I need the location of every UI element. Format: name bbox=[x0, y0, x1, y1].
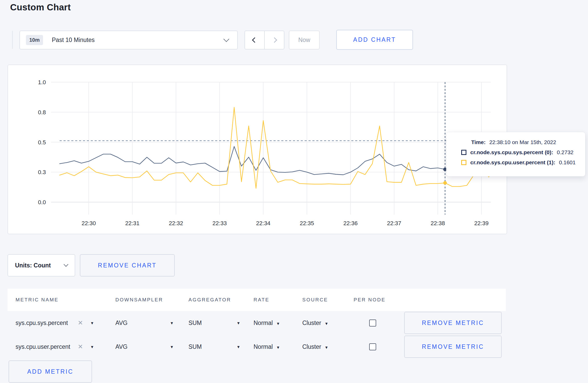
chevron-down-icon bbox=[64, 262, 68, 267]
caret-down-icon: ▼ bbox=[325, 321, 328, 326]
svg-text:22:38: 22:38 bbox=[431, 220, 445, 226]
source-value: Cluster bbox=[302, 343, 321, 350]
caret-down-icon: ▼ bbox=[90, 345, 94, 349]
tooltip-time-label: Time: bbox=[471, 139, 486, 145]
prev-time-button[interactable] bbox=[245, 31, 264, 49]
svg-text:22:33: 22:33 bbox=[213, 220, 227, 226]
rate-select[interactable]: Normal▼ bbox=[254, 320, 280, 327]
chart-card: 0.00.30.50.81.022:3022:3122:3222:3322:34… bbox=[8, 65, 507, 234]
units-label: Units: Count bbox=[15, 262, 51, 269]
svg-text:22:36: 22:36 bbox=[343, 220, 358, 226]
per-node-checkbox[interactable] bbox=[369, 320, 376, 327]
caret-down-icon: ▼ bbox=[276, 321, 280, 326]
tooltip-user-name: cr.node.sys.cpu.user.percent (1): bbox=[470, 159, 555, 166]
time-range-badge: 10m bbox=[26, 35, 43, 45]
remove-metric-button[interactable]: REMOVE METRIC bbox=[404, 312, 502, 334]
cpu-usage-chart[interactable]: 0.00.30.50.81.022:3022:3122:3222:3322:34… bbox=[8, 65, 507, 234]
svg-text:0.5: 0.5 bbox=[38, 139, 46, 146]
sys-series-swatch-icon bbox=[461, 150, 466, 155]
tooltip-time-row: Time: 22:38:10 on Mar 15th, 2022 bbox=[461, 139, 580, 145]
page-title: Custom Chart bbox=[10, 2, 71, 12]
metric-name-select[interactable]: sys.cpu.user.percent ✕ ▼ bbox=[16, 343, 115, 350]
svg-text:0.8: 0.8 bbox=[38, 109, 46, 116]
svg-text:1.0: 1.0 bbox=[38, 79, 46, 86]
downsampler-select[interactable]: AVG ▼ bbox=[115, 320, 174, 327]
svg-text:22:39: 22:39 bbox=[474, 220, 488, 226]
source-select[interactable]: Cluster▼ bbox=[302, 343, 328, 350]
time-range-select[interactable]: 10m Past 10 Minutes bbox=[19, 31, 238, 49]
svg-text:22:30: 22:30 bbox=[82, 220, 96, 226]
metric-row: sys.cpu.user.percent ✕ ▼ AVG ▼ SUM ▼ Nor… bbox=[8, 335, 506, 359]
chevron-right-icon bbox=[271, 37, 277, 43]
svg-text:22:31: 22:31 bbox=[125, 220, 139, 226]
time-range-label: Past 10 Minutes bbox=[52, 37, 95, 44]
svg-text:0.0: 0.0 bbox=[38, 199, 46, 205]
header-per-node: PER NODE bbox=[354, 297, 404, 303]
tooltip-sys-name: cr.node.sys.cpu.sys.percent (0): bbox=[470, 149, 553, 155]
series-line-1 bbox=[60, 107, 496, 188]
metric-row: sys.cpu.sys.percent ✕ ▼ AVG ▼ SUM ▼ Norm… bbox=[8, 311, 506, 335]
svg-text:22:35: 22:35 bbox=[300, 220, 314, 226]
header-source: SOURCE bbox=[302, 297, 354, 303]
caret-down-icon: ▼ bbox=[170, 321, 174, 325]
clear-metric-icon[interactable]: ✕ bbox=[78, 343, 83, 350]
chart-tooltip: Time: 22:38:10 on Mar 15th, 2022 cr.node… bbox=[446, 132, 585, 176]
caret-down-icon: ▼ bbox=[325, 345, 328, 350]
caret-down-icon: ▼ bbox=[276, 345, 280, 350]
now-button[interactable]: Now bbox=[289, 31, 320, 49]
time-pager bbox=[244, 31, 284, 49]
rate-value: Normal bbox=[254, 320, 273, 326]
tooltip-sys-value: 0.2732 bbox=[557, 149, 573, 155]
add-chart-button[interactable]: ADD CHART bbox=[336, 30, 413, 50]
units-select[interactable]: Units: Count bbox=[8, 254, 75, 276]
svg-text:0.3: 0.3 bbox=[38, 169, 46, 175]
caret-down-icon: ▼ bbox=[90, 321, 94, 325]
source-value: Cluster bbox=[302, 320, 321, 326]
svg-text:22:32: 22:32 bbox=[169, 220, 183, 226]
header-aggregator: AGGREGATOR bbox=[188, 297, 254, 303]
metric-name-value: sys.cpu.user.percent bbox=[16, 343, 78, 350]
tooltip-time-value: 22:38:10 on Mar 15th, 2022 bbox=[489, 139, 556, 145]
caret-down-icon: ▼ bbox=[236, 345, 240, 349]
header-rate: RATE bbox=[254, 297, 302, 303]
hover-marker-1 bbox=[443, 181, 447, 185]
next-time-button[interactable] bbox=[264, 31, 284, 49]
downsampler-value: AVG bbox=[115, 343, 128, 350]
tooltip-user-value: 0.1601 bbox=[559, 159, 576, 166]
rate-select[interactable]: Normal▼ bbox=[254, 343, 280, 350]
chevron-left-icon bbox=[252, 37, 257, 43]
remove-metric-button[interactable]: REMOVE METRIC bbox=[404, 336, 502, 358]
caret-down-icon: ▼ bbox=[170, 345, 174, 349]
metric-name-value: sys.cpu.sys.percent bbox=[16, 320, 78, 327]
svg-text:22:37: 22:37 bbox=[387, 220, 401, 226]
tooltip-series-row: cr.node.sys.cpu.user.percent (1): 0.1601 bbox=[461, 159, 580, 166]
clear-metric-icon[interactable]: ✕ bbox=[78, 319, 83, 327]
caret-down-icon: ▼ bbox=[236, 321, 240, 325]
downsampler-value: AVG bbox=[115, 320, 128, 327]
toolbar-divider bbox=[12, 31, 13, 49]
downsampler-select[interactable]: AVG ▼ bbox=[115, 343, 174, 350]
svg-text:22:34: 22:34 bbox=[256, 220, 270, 226]
per-node-checkbox[interactable] bbox=[369, 343, 376, 350]
add-metric-button[interactable]: ADD METRIC bbox=[9, 360, 92, 383]
chevron-down-icon bbox=[223, 36, 229, 42]
aggregator-select[interactable]: SUM ▼ bbox=[188, 320, 240, 327]
metrics-table-header: METRIC NAME DOWNSAMPLER AGGREGATOR RATE … bbox=[8, 289, 506, 311]
aggregator-select[interactable]: SUM ▼ bbox=[188, 343, 240, 350]
user-series-swatch-icon bbox=[461, 160, 466, 165]
series-line-0 bbox=[60, 146, 496, 175]
header-metric-name: METRIC NAME bbox=[16, 297, 115, 303]
aggregator-value: SUM bbox=[188, 320, 202, 327]
chart-gridlines bbox=[51, 82, 491, 215]
source-select[interactable]: Cluster▼ bbox=[302, 320, 328, 327]
metric-name-select[interactable]: sys.cpu.sys.percent ✕ ▼ bbox=[16, 319, 115, 327]
header-downsampler: DOWNSAMPLER bbox=[115, 297, 188, 303]
tooltip-series-row: cr.node.sys.cpu.sys.percent (0): 0.2732 bbox=[461, 149, 580, 155]
aggregator-value: SUM bbox=[188, 343, 202, 350]
rate-value: Normal bbox=[254, 343, 273, 350]
remove-chart-button[interactable]: REMOVE CHART bbox=[80, 254, 175, 276]
